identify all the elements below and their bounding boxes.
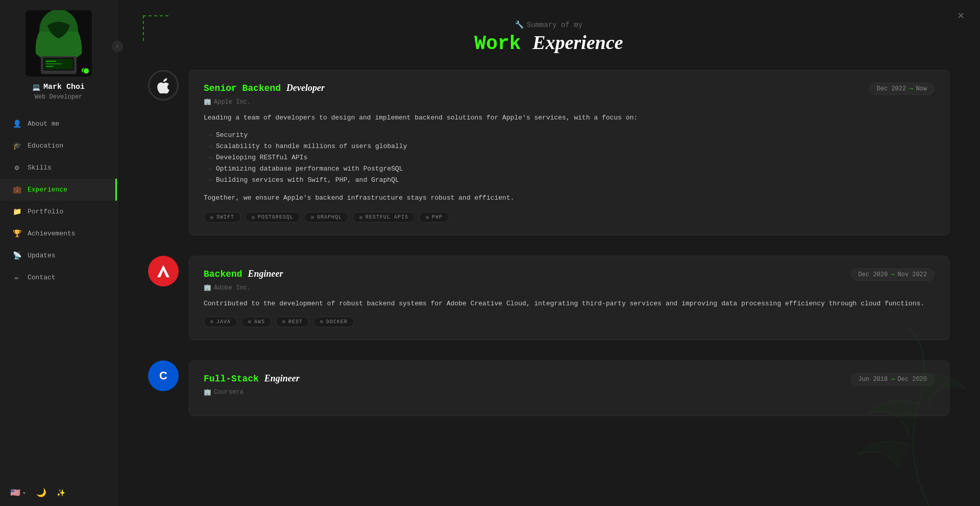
profile-name: 💻 Mark Choi bbox=[32, 83, 85, 91]
job-title: Senior Backend Developer bbox=[204, 83, 325, 93]
page-header: 🔧 Summary of my Work Experience bbox=[117, 0, 980, 70]
svg-marker-13 bbox=[157, 265, 169, 277]
tag-rest: REST bbox=[276, 317, 309, 327]
sidebar-collapse-button[interactable]: ‹ bbox=[112, 41, 123, 52]
experience-card-adobe: Backend Engineer Dec 2020 → Nov 2022 🏢 A… bbox=[189, 256, 949, 340]
sidebar-item-contact[interactable]: ✏️ Contact bbox=[0, 267, 117, 288]
sidebar-bottom: 🇺🇸 ▾ 🌙 ✨ bbox=[0, 479, 117, 506]
sidebar-item-label: Updates bbox=[28, 252, 56, 259]
theme-toggle-button[interactable]: 🌙 bbox=[36, 488, 46, 498]
sidebar-item-updates[interactable]: 📡 Updates bbox=[0, 245, 117, 267]
sidebar-item-label: Achievements bbox=[28, 230, 76, 237]
building-icon: 🏢 bbox=[204, 98, 211, 106]
tag-postgresql: POSTGRESQL bbox=[245, 212, 300, 223]
timeline: Senior Backend Developer Dec 2022 → Now … bbox=[148, 70, 949, 416]
svg-rect-9 bbox=[46, 61, 56, 62]
sidebar-item-skills[interactable]: ⚙️ Skills bbox=[0, 157, 117, 179]
contact-icon: ✏️ bbox=[12, 273, 21, 282]
skills-icon: ⚙️ bbox=[12, 163, 21, 172]
company-logo-coursera: C bbox=[148, 360, 179, 391]
bullet-item: Security bbox=[209, 130, 935, 141]
tag-aws: AWS bbox=[241, 317, 272, 327]
sidebar-item-label: Education bbox=[28, 142, 63, 150]
updates-icon: 📡 bbox=[12, 251, 21, 260]
date-badge: Dec 2022 → Now bbox=[869, 83, 935, 95]
building-icon: 🏢 bbox=[204, 284, 211, 292]
tag-swift: SWIFT bbox=[204, 212, 241, 223]
main-content: ✕ 🔧 Summary of my Work Experience bbox=[117, 0, 980, 506]
date-badge: Jun 2018 → Dec 2020 bbox=[851, 373, 935, 385]
company-name: 🏢 Coursera bbox=[204, 389, 935, 396]
portfolio-icon: 📁 bbox=[12, 207, 21, 216]
building-icon: 🏢 bbox=[204, 389, 211, 396]
experience-item-adobe: Backend Engineer Dec 2020 → Nov 2022 🏢 A… bbox=[189, 256, 949, 340]
monitor-icon: 💻 bbox=[32, 83, 40, 91]
nav-list: 👤 About me 🎓 Education ⚙️ Skills 💼 Exper… bbox=[0, 113, 117, 288]
card-description: Contributed to the development of robust… bbox=[204, 299, 935, 309]
sidebar-item-label: Experience bbox=[28, 186, 67, 194]
sidebar-item-label: Contact bbox=[28, 274, 56, 281]
company-logo-adobe bbox=[148, 256, 179, 286]
online-indicator bbox=[83, 67, 90, 75]
sidebar-item-education[interactable]: 🎓 Education bbox=[0, 135, 117, 157]
close-button[interactable]: ✕ bbox=[957, 10, 965, 21]
corner-bracket-decoration bbox=[143, 15, 168, 41]
achievements-icon: 🏆 bbox=[12, 229, 21, 238]
sidebar-item-portfolio[interactable]: 📁 Portfolio bbox=[0, 201, 117, 223]
card-header: Backend Engineer Dec 2020 → Nov 2022 bbox=[204, 269, 935, 281]
avatar-container bbox=[26, 10, 92, 77]
experience-icon: 💼 bbox=[12, 185, 21, 194]
bullet-item: Developing RESTful APIs bbox=[209, 152, 935, 163]
company-name: 🏢 Apple Inc. bbox=[204, 98, 935, 106]
job-title: Backend Engineer bbox=[204, 269, 283, 279]
sidebar-item-achievements[interactable]: 🏆 Achievements bbox=[0, 223, 117, 245]
tag-docker: DOCKER bbox=[313, 317, 354, 327]
date-badge: Dec 2020 → Nov 2022 bbox=[851, 269, 935, 281]
tag-graphql: GRAPHQL bbox=[304, 212, 349, 223]
sidebar-item-label: About me bbox=[28, 120, 59, 128]
tech-tags: JAVA AWS REST DOCKER bbox=[204, 317, 935, 327]
card-header: Senior Backend Developer Dec 2022 → Now bbox=[204, 83, 935, 95]
card-description: Leading a team of developers to design a… bbox=[204, 113, 935, 124]
sidebar-item-about[interactable]: 👤 About me bbox=[0, 113, 117, 135]
svg-rect-10 bbox=[46, 63, 61, 64]
language-selector[interactable]: 🇺🇸 ▾ bbox=[10, 488, 26, 498]
education-icon: 🎓 bbox=[12, 141, 21, 150]
svg-rect-11 bbox=[46, 66, 54, 67]
avatar bbox=[26, 10, 92, 77]
sidebar-item-experience[interactable]: 💼 Experience bbox=[0, 179, 117, 201]
sidebar-item-label: Portfolio bbox=[28, 208, 63, 215]
company-logo-apple bbox=[148, 70, 179, 101]
sidebar-item-label: Skills bbox=[28, 164, 52, 172]
card-footer-text: Together, we ensure Apple's backend infr… bbox=[204, 193, 935, 204]
bullet-item: Building services with Swift, PHP, and G… bbox=[209, 175, 935, 186]
bullet-list: Security Scalability to handle millions … bbox=[209, 130, 935, 186]
bullet-item: Scalability to handle millions of users … bbox=[209, 141, 935, 152]
subtitle-icon: 🔧 bbox=[515, 20, 524, 29]
bullet-item: Optimizing database performance with Pos… bbox=[209, 163, 935, 175]
tech-tags: SWIFT POSTGRESQL GRAPHQL RESTFUL APIS PH… bbox=[204, 212, 935, 223]
job-title: Full-Stack Engineer bbox=[204, 373, 300, 384]
experience-card-coursera: Full-Stack Engineer Jun 2018 → Dec 2020 … bbox=[189, 360, 949, 416]
page-subtitle: 🔧 Summary of my bbox=[117, 20, 980, 29]
settings-button[interactable]: ✨ bbox=[57, 489, 65, 497]
content-scroll-area[interactable]: Senior Backend Developer Dec 2022 → Now … bbox=[117, 70, 980, 504]
about-icon: 👤 bbox=[12, 119, 21, 128]
company-name: 🏢 Adobe Inc. bbox=[204, 284, 935, 292]
experience-card-apple: Senior Backend Developer Dec 2022 → Now … bbox=[189, 70, 949, 235]
tag-java: JAVA bbox=[204, 317, 237, 327]
experience-item-apple: Senior Backend Developer Dec 2022 → Now … bbox=[189, 70, 949, 235]
experience-item-coursera: C Full-Stack Engineer Jun 2018 → Dec 202… bbox=[189, 360, 949, 416]
profile-title: Web Developer bbox=[35, 93, 83, 101]
tag-restful: RESTFUL APIS bbox=[353, 212, 415, 223]
card-header: Full-Stack Engineer Jun 2018 → Dec 2020 bbox=[204, 373, 935, 385]
page-title: Work Experience bbox=[117, 31, 980, 55]
tag-php: PHP bbox=[419, 212, 449, 223]
sidebar: 💻 Mark Choi Web Developer ‹ 👤 About me 🎓… bbox=[0, 0, 117, 506]
